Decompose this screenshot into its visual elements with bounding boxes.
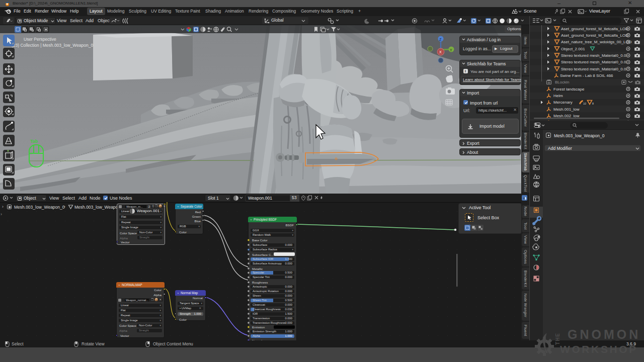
svg-text:X: X <box>439 50 442 54</box>
svg-text:GNOMON: GNOMON <box>568 327 640 341</box>
svg-text:(23) Collection | Mesh.003_low: (23) Collection | Mesh.003_low_Weapon_0 <box>12 43 94 48</box>
svg-text:User Perspective: User Perspective <box>24 37 56 42</box>
svg-text:THE: THE <box>554 333 560 345</box>
svg-text:Y: Y <box>450 48 452 52</box>
svg-text:Tab: Tab <box>30 139 38 144</box>
svg-text:WORKSHOP: WORKSHOP <box>560 343 638 355</box>
svg-text:Z: Z <box>439 38 442 41</box>
